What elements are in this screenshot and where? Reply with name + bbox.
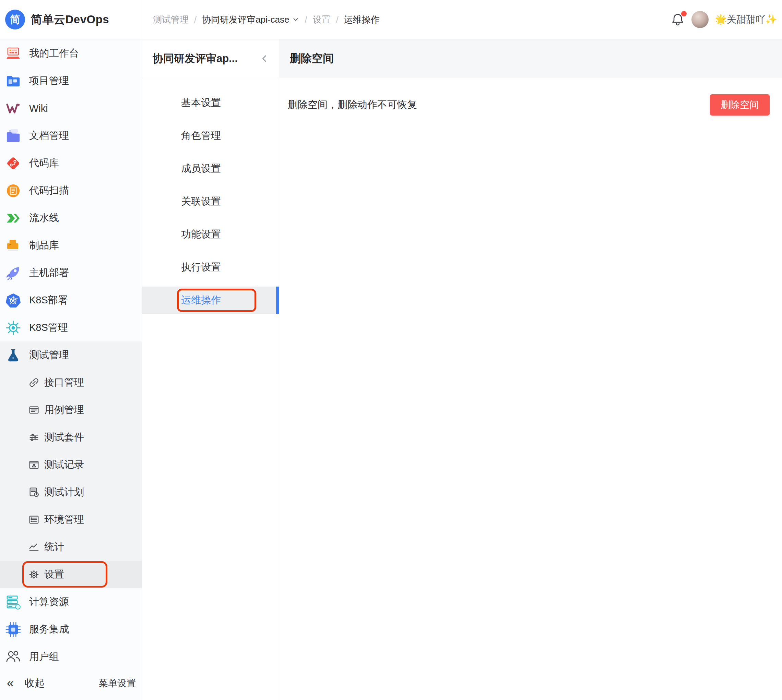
project-icon — [5, 73, 21, 89]
sidebar-item-label: 接口管理 — [44, 376, 84, 389]
sidebar-item-label: 主机部署 — [29, 266, 69, 280]
breadcrumb-separator: / — [336, 14, 339, 25]
sidebar-item-code-scan[interactable]: 代码扫描 — [0, 177, 142, 204]
avatar[interactable] — [692, 11, 708, 28]
breadcrumb-item-space[interactable]: 协同研发评审api-case — [202, 14, 299, 26]
compute-icon — [5, 594, 21, 610]
topbar-right: 🌟关甜甜吖✨ — [670, 11, 782, 28]
k8s-deploy-icon — [5, 292, 21, 308]
sidebar-item-workbench[interactable]: 我的工作台 — [0, 40, 142, 67]
sidebar-item-host-deploy[interactable]: 主机部署 — [0, 259, 142, 287]
sidebar-footer: « 收起 菜单设置 — [0, 670, 142, 700]
app-logo[interactable]: 简 — [5, 10, 25, 30]
notification-dot — [681, 11, 687, 17]
sidebar-item-documents[interactable]: 文档管理 — [0, 122, 142, 150]
collapse-sidebar-button[interactable]: « 收起 — [7, 677, 45, 690]
sidebar-item-api-manage[interactable]: 接口管理 — [0, 369, 142, 396]
env-manage-icon — [28, 514, 40, 525]
sidebar-item-code-repo[interactable]: 代码库 — [0, 150, 142, 177]
sidebar-item-pipeline[interactable]: 流水线 — [0, 204, 142, 232]
username[interactable]: 🌟关甜甜吖✨ — [715, 13, 777, 26]
sidebar-item-stats[interactable]: 统计 — [0, 533, 142, 561]
sidebar-item-label: 用例管理 — [44, 403, 84, 417]
breadcrumb: 测试管理 / 协同研发评审api-case / 设置 / 运维操作 — [142, 14, 670, 26]
breadcrumb-item-test-manage[interactable]: 测试管理 — [153, 14, 189, 26]
sidebar-item-test-suite[interactable]: 测试套件 — [0, 424, 142, 451]
breadcrumb-separator: / — [194, 14, 197, 25]
delete-space-button[interactable]: 删除空间 — [710, 94, 770, 115]
code-repo-icon — [5, 155, 21, 172]
sidebar-item-k8s-manage[interactable]: K8S管理 — [0, 314, 142, 342]
service-chip-icon — [5, 622, 21, 638]
sidebar-item-settings[interactable]: 设置 — [0, 561, 142, 588]
sidebar-item-service-integration[interactable]: 服务集成 — [0, 616, 142, 643]
sidebar-item-test-record[interactable]: 测试记录 — [0, 451, 142, 478]
sidebar-item-test-plan[interactable]: 测试计划 — [0, 478, 142, 506]
breadcrumb-space-label: 协同研发评审api-case — [202, 14, 289, 26]
chevron-left-icon — [260, 54, 269, 63]
sidebar-item-label: 测试记录 — [44, 458, 84, 472]
sidebar-item-label: 代码扫描 — [29, 184, 69, 197]
collapse-label: 收起 — [25, 677, 45, 690]
test-record-icon — [28, 459, 40, 471]
sidebar-item-usecase-manage[interactable]: 用例管理 — [0, 396, 142, 424]
breadcrumb-item-ops: 运维操作 — [344, 14, 380, 26]
settings-item-roles[interactable]: 角色管理 — [142, 119, 279, 152]
space-settings-panel: 协同研发评审ap... 基本设置 角色管理 成员设置 关联设置 功能设置 执行设… — [142, 39, 279, 700]
collapse-panel-button[interactable] — [260, 54, 269, 63]
sidebar-item-label: 测试计划 — [44, 485, 84, 499]
main-content-area: 删除空间 删除空间，删除动作不可恢复 删除空间 — [279, 39, 782, 700]
menu-settings-button[interactable]: 菜单设置 — [99, 677, 136, 689]
settings-item-features[interactable]: 功能设置 — [142, 218, 279, 251]
logo-area: 简 简单云DevOps — [0, 0, 142, 39]
sidebar-item-k8s-deploy[interactable]: K8S部署 — [0, 287, 142, 314]
sidebar: 我的工作台 项目管理 — [0, 39, 142, 700]
page-title: 删除空间 — [290, 51, 334, 66]
settings-item-basic[interactable]: 基本设置 — [142, 87, 279, 119]
sidebar-item-label: 文档管理 — [29, 129, 69, 143]
sidebar-item-label: 项目管理 — [29, 74, 69, 88]
sidebar-item-label: 制品库 — [29, 238, 59, 252]
wiki-icon — [5, 100, 21, 117]
rocket-icon — [5, 265, 21, 281]
test-flask-icon — [5, 347, 21, 363]
workbench-icon — [5, 46, 21, 62]
test-suite-icon — [28, 432, 40, 443]
sidebar-item-label: 测试套件 — [44, 430, 84, 444]
sidebar-item-label: 环境管理 — [44, 513, 84, 527]
settings-item-execution[interactable]: 执行设置 — [142, 251, 279, 284]
sidebar-nav: 我的工作台 项目管理 — [0, 39, 142, 670]
sidebar-item-artifact[interactable]: 制品库 — [0, 232, 142, 259]
sidebar-item-label: 计算资源 — [29, 595, 69, 609]
body: 我的工作台 项目管理 — [0, 39, 782, 700]
user-group-icon — [5, 649, 21, 665]
logo-char: 简 — [10, 13, 20, 27]
main-header: 删除空间 — [279, 39, 782, 78]
settings-item-associations[interactable]: 关联设置 — [142, 185, 279, 218]
sidebar-group-test-manage: 测试管理 接口管理 — [0, 342, 142, 588]
breadcrumb-item-settings[interactable]: 设置 — [313, 14, 331, 26]
delete-space-section: 删除空间，删除动作不可恢复 删除空间 — [279, 78, 782, 115]
k8s-manage-icon — [5, 320, 21, 336]
code-scan-icon — [5, 183, 21, 199]
sidebar-item-label: K8S管理 — [29, 321, 68, 335]
sidebar-item-wiki[interactable]: Wiki — [0, 95, 142, 122]
sidebar-item-label: 我的工作台 — [29, 47, 79, 60]
notification-bell-button[interactable] — [670, 12, 685, 27]
topbar: 简 简单云DevOps 测试管理 / 协同研发评审api-case / 设置 /… — [0, 0, 782, 39]
sidebar-item-user-group[interactable]: 用户组 — [0, 643, 142, 670]
delete-space-description: 删除空间，删除动作不可恢复 — [288, 98, 417, 112]
sidebar-item-project[interactable]: 项目管理 — [0, 67, 142, 95]
active-indicator-bar — [276, 287, 279, 314]
double-chevron-left-icon: « — [7, 677, 14, 689]
chevron-down-icon[interactable] — [292, 16, 299, 23]
sidebar-item-env-manage[interactable]: 环境管理 — [0, 506, 142, 533]
sidebar-item-test-manage[interactable]: 测试管理 — [0, 342, 142, 369]
sidebar-item-compute[interactable]: 计算资源 — [0, 588, 142, 616]
sidebar-item-label: 用户组 — [29, 650, 59, 664]
settings-item-members[interactable]: 成员设置 — [142, 152, 279, 185]
sidebar-item-label: 设置 — [44, 568, 64, 582]
space-settings-header: 协同研发评审ap... — [142, 39, 279, 78]
settings-item-ops[interactable]: 运维操作 — [142, 284, 279, 317]
sidebar-item-label: 测试管理 — [29, 348, 69, 362]
